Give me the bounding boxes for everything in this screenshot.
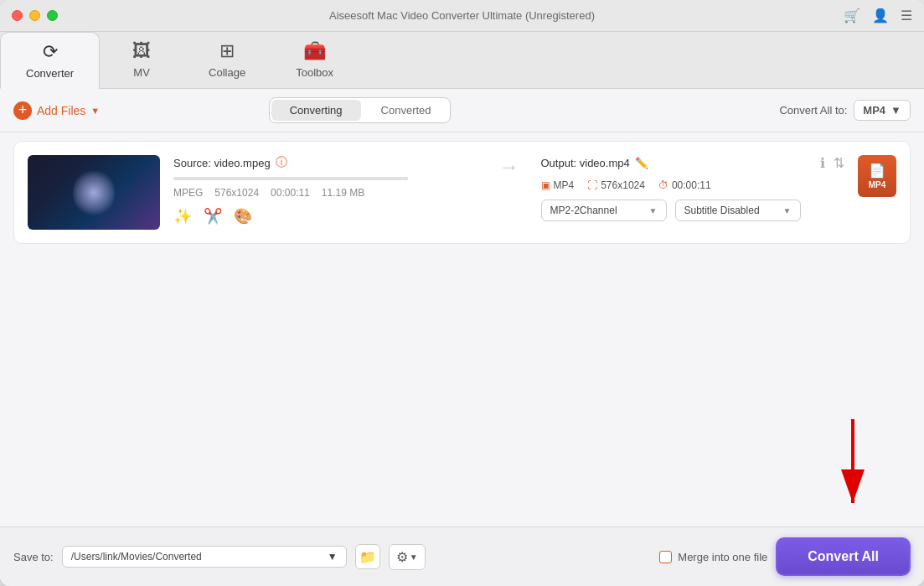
file-actions: ✨ ✂️ 🎨 [173,207,477,226]
output-resolution: 576x1024 [601,179,645,191]
arrow-section: → [491,155,528,179]
edit-icon[interactable]: ✏️ [635,157,648,169]
main-content: Source: video.mpeg ⓘ MPEG 576x1024 00:00… [0,132,924,526]
convert-all-to-section: Convert All to: MP4 ▼ [779,100,911,121]
save-path-dropdown-icon: ▼ [328,551,338,563]
tab-toolbox[interactable]: 🧰 Toolbox [271,32,359,88]
convert-all-to-label: Convert All to: [779,104,847,117]
plus-icon: + [13,101,32,120]
format-icon: ▣ [541,179,550,191]
output-duration: 00:00:11 [672,179,711,191]
output-resolution-spec: ⛶ 576x1024 [587,179,645,191]
output-info: Output: video.mp4 ✏️ ℹ ⇅ ▣ MP4 [541,155,845,221]
cart-icon[interactable]: 🛒 [844,8,860,23]
maximize-button[interactable] [47,10,58,21]
nav-tabs: ⟳ Converter 🖼 MV ⊞ Collage 🧰 Toolbox [0,32,924,89]
convert-all-button[interactable]: Convert All [776,537,911,576]
save-path-input[interactable]: /Users/link/Movies/Converted ▼ [62,546,347,568]
resolution-label: 576x1024 [214,187,259,199]
toolbar: + Add Files ▼ Converting Converted Conve… [0,89,924,132]
duration-label: 00:00:11 [271,187,310,199]
settings2-icon[interactable]: ⇅ [834,155,844,171]
output-format: MP4 [554,179,575,191]
add-files-button[interactable]: + Add Files ▼ [13,101,100,120]
effects-icon[interactable]: 🎨 [234,207,252,226]
output-label: Output: video.mp4 [541,157,630,169]
main-wrapper: Source: video.mpeg ⓘ MPEG 576x1024 00:00… [0,132,924,586]
tab-converter-label: Converter [26,67,74,80]
progress-bar-container [173,177,408,180]
mv-icon: 🖼 [132,40,151,62]
window-title: Aiseesoft Mac Video Converter Ultimate (… [329,9,595,22]
chevron-down-icon2: ▼ [783,206,792,215]
converted-tab[interactable]: Converted [363,98,450,122]
status-tab-group: Converting Converted [269,97,451,123]
toolbox-icon: 🧰 [303,40,326,62]
info-icon[interactable]: ⓘ [276,155,287,170]
tab-collage-label: Collage [209,66,245,79]
tab-collage[interactable]: ⊞ Collage [183,32,271,88]
format-badge-container: 📄 MP4 ▼ [858,155,896,197]
audio-channel-value: MP2-2Channel [550,205,617,216]
output-actions: ℹ ⇅ [820,155,844,171]
output-duration-spec: ⏱ 00:00:11 [658,179,711,191]
collage-icon: ⊞ [219,40,235,62]
file-source: Source: video.mpeg ⓘ [173,155,477,170]
converting-tab[interactable]: Converting [271,100,361,121]
info2-icon[interactable]: ℹ [820,155,825,171]
tab-mv[interactable]: 🖼 MV [100,32,183,88]
menu-icon[interactable]: ☰ [901,8,912,23]
file-item: Source: video.mpeg ⓘ MPEG 576x1024 00:00… [13,141,911,244]
format-value: MP4 [863,104,885,117]
resolution-icon: ⛶ [587,179,597,191]
add-files-dropdown-arrow[interactable]: ▼ [90,106,100,116]
enhance-icon[interactable]: ✨ [173,207,192,226]
format-badge-icon: 📄 [869,163,885,179]
converter-icon: ⟳ [43,41,58,63]
file-meta: MPEG 576x1024 00:00:11 11.19 MB [173,187,477,199]
output-dropdowns: MP2-2Channel ▼ Subtitle Disabled ▼ [541,200,845,221]
bottom-bar: Save to: /Users/link/Movies/Converted ▼ … [0,526,924,586]
file-info: Source: video.mpeg ⓘ MPEG 576x1024 00:00… [173,155,477,226]
tab-converter[interactable]: ⟳ Converter [0,32,100,89]
traffic-lights [12,10,58,21]
merge-label: Merge into one file [678,551,767,563]
thumbnail-visual [28,155,160,230]
format-select[interactable]: MP4 ▼ [854,100,911,121]
close-button[interactable] [12,10,23,21]
save-to-label: Save to: [13,551,54,563]
audio-channel-dropdown[interactable]: MP2-2Channel ▼ [541,200,667,221]
format-badge[interactable]: 📄 MP4 [858,155,896,197]
cut-icon[interactable]: ✂️ [204,207,222,226]
gear-icon: ⚙ [396,549,408,565]
size-label: 11.19 MB [322,187,364,199]
source-label: Source: video.mpeg [173,157,271,169]
output-specs: ▣ MP4 ⛶ 576x1024 ⏱ 00:00:11 [541,179,845,191]
folder-icon: 📁 [359,549,376,565]
chevron-down-icon: ▼ [649,206,658,215]
format-badge-label: MP4 [869,180,886,189]
settings-dropdown-icon: ▼ [410,552,418,562]
folder-button[interactable]: 📁 [355,544,380,569]
title-bar: Aiseesoft Mac Video Converter Ultimate (… [0,0,924,32]
save-path-value: /Users/link/Movies/Converted [71,551,202,563]
tab-mv-label: MV [133,66,150,79]
add-files-label: Add Files [37,104,85,117]
merge-checkbox-area: Merge into one file [659,551,767,563]
format-dropdown-icon: ▼ [890,104,901,117]
minimize-button[interactable] [29,10,40,21]
clock-icon: ⏱ [658,179,668,191]
output-format-spec: ▣ MP4 [541,179,575,191]
subtitle-dropdown[interactable]: Subtitle Disabled ▼ [675,200,801,221]
output-header: Output: video.mp4 ✏️ ℹ ⇅ [541,155,845,171]
file-thumbnail [28,155,160,230]
codec-label: MPEG [173,187,203,199]
subtitle-value: Subtitle Disabled [684,205,760,216]
tab-toolbox-label: Toolbox [296,66,333,79]
merge-checkbox[interactable] [659,551,672,563]
title-bar-icons: 🛒 👤 ☰ [844,8,912,23]
settings-button[interactable]: ⚙ ▼ [389,544,426,570]
user-icon[interactable]: 👤 [872,8,889,23]
